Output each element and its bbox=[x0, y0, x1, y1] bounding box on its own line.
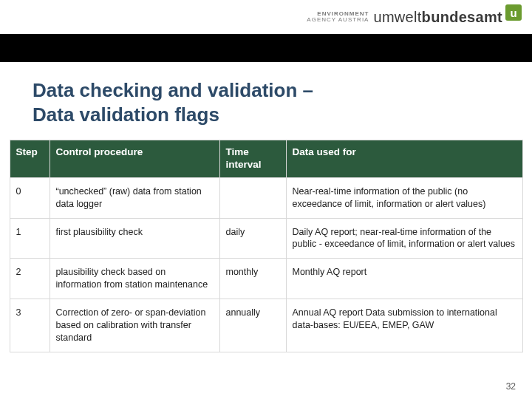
cell-step: 0 bbox=[10, 177, 50, 218]
slide: ENVIRONMENT AGENCY AUSTRIA umweltbundesa… bbox=[0, 0, 532, 399]
col-header-time-l1: Time bbox=[226, 146, 249, 157]
cell-step: 1 bbox=[10, 218, 50, 259]
cell-usedfor: Near-real-time information of the public… bbox=[286, 177, 522, 218]
validation-flags-table: Step Control procedure Time interval Dat… bbox=[10, 140, 523, 352]
top-bar: ENVIRONMENT AGENCY AUSTRIA umweltbundesa… bbox=[0, 0, 532, 34]
cell-step: 3 bbox=[10, 299, 50, 352]
title-block: Data checking and validation – Data vali… bbox=[0, 62, 532, 140]
cell-procedure: first plausibility check bbox=[50, 218, 219, 259]
brand-word-part1: umwelt bbox=[373, 9, 421, 25]
cell-procedure: Correction of zero- or span-deviation ba… bbox=[50, 299, 219, 352]
cell-step: 2 bbox=[10, 259, 50, 299]
col-header-step: Step bbox=[10, 140, 50, 178]
brand-logo: ENVIRONMENT AGENCY AUSTRIA umweltbundesa… bbox=[307, 6, 522, 28]
cell-time: monthly bbox=[219, 259, 286, 299]
cell-usedfor: Monthly AQ report bbox=[286, 259, 522, 299]
brand-sub-line2: AGENCY AUSTRIA bbox=[307, 17, 369, 23]
cell-time bbox=[219, 177, 286, 218]
table-row: 2 plausibility check based on informatio… bbox=[10, 259, 522, 299]
brand-wordmark: umweltbundesamt bbox=[373, 9, 502, 26]
table-row: 1 first plausibility check daily Daily A… bbox=[10, 218, 522, 259]
cell-procedure: plausibility check based on information … bbox=[50, 259, 219, 299]
col-header-time: Time interval bbox=[219, 140, 286, 178]
page-number: 32 bbox=[506, 381, 516, 392]
title-line2: Data validation flags bbox=[33, 103, 219, 126]
slide-title: Data checking and validation – Data vali… bbox=[33, 78, 499, 126]
brand-word-part2: bundesamt bbox=[422, 9, 502, 25]
col-header-time-l2: interval bbox=[226, 159, 262, 170]
title-line1: Data checking and validation – bbox=[33, 79, 313, 101]
brand-badge-icon: u bbox=[505, 4, 522, 21]
cell-procedure: “unchecked” (raw) data from station data… bbox=[50, 177, 219, 218]
table-row: 0 “unchecked” (raw) data from station da… bbox=[10, 177, 522, 218]
cell-usedfor: Annual AQ report Data submission to inte… bbox=[286, 299, 522, 352]
cell-time: annually bbox=[219, 299, 286, 352]
cell-time: daily bbox=[219, 218, 286, 259]
header-black-band bbox=[0, 34, 532, 62]
table-row: 3 Correction of zero- or span-deviation … bbox=[10, 299, 522, 352]
table-header-row: Step Control procedure Time interval Dat… bbox=[10, 140, 522, 178]
col-header-procedure: Control procedure bbox=[50, 140, 219, 178]
brand-subtitle: ENVIRONMENT AGENCY AUSTRIA bbox=[307, 11, 369, 23]
col-header-usedfor: Data used for bbox=[286, 140, 522, 178]
cell-usedfor: Daily AQ report; near-real-time informat… bbox=[286, 218, 522, 259]
